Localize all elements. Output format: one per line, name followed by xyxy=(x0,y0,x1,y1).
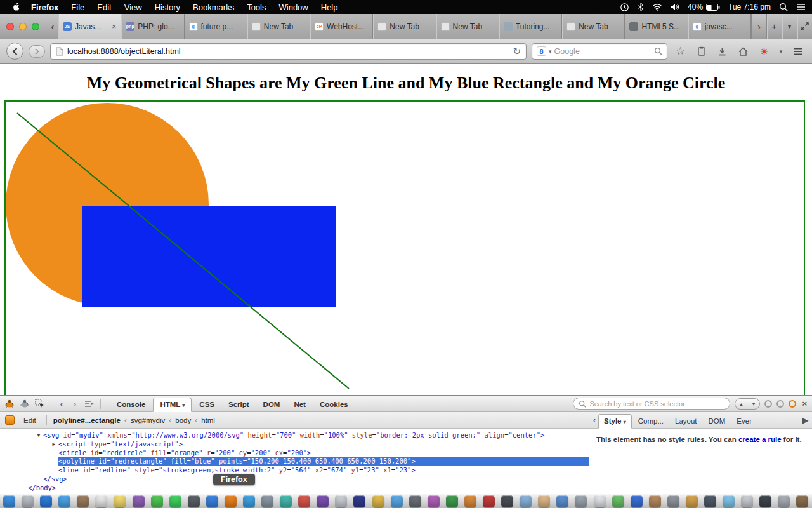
addon-caret-icon[interactable]: ▾ xyxy=(777,48,785,55)
side-tabs-scroll-left[interactable]: ‹ xyxy=(591,416,598,428)
firebug-tab-cookies[interactable]: Cookies xyxy=(313,398,355,411)
side-tab-comp[interactable]: Comp... xyxy=(633,415,669,428)
browser-tab[interactable]: New Tab xyxy=(436,14,499,39)
tab-scroll-right[interactable]: › xyxy=(751,14,766,39)
browser-tab[interactable]: Tutoring... xyxy=(499,14,562,39)
breadcrumb-item[interactable]: svg#mydiv xyxy=(131,417,165,424)
history-forward-icon[interactable]: › xyxy=(70,398,79,409)
browser-tab[interactable]: New Tab xyxy=(247,14,310,39)
dock-icon-21[interactable] xyxy=(372,495,384,507)
spotlight-search-icon[interactable] xyxy=(779,3,788,11)
browser-tab[interactable]: gfuture p... xyxy=(185,14,247,39)
home-icon[interactable] xyxy=(735,47,751,56)
side-tab-dom[interactable]: DOM xyxy=(704,415,731,428)
breadcrumb-item[interactable]: html xyxy=(201,417,215,424)
dock-icon-24[interactable] xyxy=(428,495,440,507)
zoom-button[interactable] xyxy=(32,23,39,30)
breadcrumb-item[interactable]: body xyxy=(175,417,191,424)
menu-firefox[interactable]: Firefox xyxy=(25,3,65,12)
search-engine-caret-icon[interactable]: ▾ xyxy=(549,48,552,55)
dock-icon-26[interactable] xyxy=(464,495,476,507)
dock-icon-28[interactable] xyxy=(501,495,513,507)
dock-icon-1[interactable] xyxy=(3,495,15,507)
firebug-search-field[interactable] xyxy=(573,398,730,410)
bookmark-star-icon[interactable]: ☆ xyxy=(672,44,688,58)
download-icon[interactable] xyxy=(714,47,730,56)
deactivate-icon[interactable] xyxy=(764,400,772,408)
dock-icon-7[interactable] xyxy=(114,495,126,507)
browser-tab[interactable]: HTML5 S... xyxy=(625,14,688,39)
dock-icon-29[interactable] xyxy=(520,495,532,507)
close-firebug-icon[interactable]: × xyxy=(801,399,808,408)
dock-icon-5[interactable] xyxy=(77,495,89,507)
dock-icon-27[interactable] xyxy=(483,495,495,507)
side-tab-style[interactable]: Style ▾ xyxy=(598,414,632,429)
code-line[interactable]: </svg> xyxy=(0,475,589,484)
menu-view[interactable]: View xyxy=(118,3,148,12)
apple-menu[interactable] xyxy=(6,3,25,12)
minimize-firebug-icon[interactable] xyxy=(776,400,784,408)
dock-icon-14[interactable] xyxy=(243,495,255,507)
code-line[interactable]: <line id="redline" style="stroke:green;s… xyxy=(0,466,589,475)
code-line[interactable]: ▶<script type="text/javascript"> xyxy=(0,440,589,449)
dock-icon-12[interactable] xyxy=(206,495,218,507)
dock-icon-11[interactable] xyxy=(188,495,200,507)
dock-icon-42[interactable] xyxy=(759,495,771,507)
breadcrumb-item[interactable]: polyline#...ectangle xyxy=(53,417,121,424)
dock-icon-19[interactable] xyxy=(335,495,347,507)
dock-icon-40[interactable] xyxy=(723,495,735,507)
browser-tab[interactable]: New Tab xyxy=(562,14,625,39)
code-line[interactable]: ▼<svg id="mydiv" xmlns="http://www.w3.or… xyxy=(0,431,589,440)
addon-pinwheel-icon[interactable]: ✳ xyxy=(756,46,772,57)
dock-icon-10[interactable] xyxy=(169,495,181,507)
dock-icon-23[interactable] xyxy=(409,495,421,507)
dock-icon-44[interactable] xyxy=(796,495,808,507)
wifi-icon[interactable] xyxy=(652,3,662,11)
dock-icon-16[interactable] xyxy=(280,495,292,507)
url-input[interactable] xyxy=(67,47,509,56)
code-line[interactable]: <circle id="redcircle" fill="orange" r="… xyxy=(0,449,589,458)
clipboard-icon[interactable] xyxy=(693,46,709,56)
browser-tab[interactable]: phpPHP: glo... xyxy=(121,14,184,39)
minimize-button[interactable] xyxy=(19,23,27,30)
search-field[interactable]: 8 ▾ xyxy=(532,43,667,60)
dock-icon-22[interactable] xyxy=(391,495,403,507)
dock-icon-17[interactable] xyxy=(298,495,310,507)
url-field[interactable]: ↻ xyxy=(50,43,527,60)
search-icon[interactable] xyxy=(654,47,662,55)
dock-icon-3[interactable] xyxy=(40,495,52,507)
dock-icon-25[interactable] xyxy=(446,495,458,507)
edit-button[interactable]: Edit xyxy=(20,415,40,425)
dock-icon-9[interactable] xyxy=(151,495,163,507)
dock-icon-39[interactable] xyxy=(704,495,716,507)
browser-tab[interactable]: New Tab xyxy=(373,14,436,39)
tab-list-button[interactable]: ▾ xyxy=(782,14,797,39)
menu-tools[interactable]: Tools xyxy=(240,3,272,12)
dock-icon-37[interactable] xyxy=(667,495,679,507)
tab-close-icon[interactable]: × xyxy=(110,22,116,31)
history-back-icon[interactable]: ‹ xyxy=(57,398,66,409)
menu-window[interactable]: Window xyxy=(273,3,315,12)
bluetooth-icon[interactable] xyxy=(638,3,644,11)
reload-icon[interactable]: ↻ xyxy=(513,46,521,57)
back-button[interactable] xyxy=(6,43,23,60)
browser-tab[interactable]: JSJavas...× xyxy=(58,14,121,39)
volume-icon[interactable] xyxy=(671,3,679,11)
dock-icon-6[interactable] xyxy=(95,495,107,507)
fullscreen-icon[interactable] xyxy=(797,14,812,39)
new-tab-button[interactable]: + xyxy=(766,14,782,39)
inspect-icon[interactable] xyxy=(34,398,45,409)
dock-icon-firefox[interactable] xyxy=(225,495,237,507)
twisty-icon[interactable]: ▼ xyxy=(34,431,43,440)
dock-icon-33[interactable] xyxy=(594,495,606,507)
recent-items-clock-icon[interactable] xyxy=(620,3,629,12)
dock-icon-2[interactable] xyxy=(22,495,34,507)
dock-icon-20[interactable] xyxy=(353,495,365,507)
dock-icon-31[interactable] xyxy=(556,495,568,507)
browser-tab[interactable]: gjavasc... xyxy=(688,14,751,39)
dock-icon-36[interactable] xyxy=(649,495,661,507)
side-tab-layout[interactable]: Layout xyxy=(670,415,702,428)
battery-status[interactable]: 40% xyxy=(688,3,720,11)
dock-icon-35[interactable] xyxy=(631,495,643,507)
search-next-icon[interactable]: ▾ xyxy=(747,399,759,409)
